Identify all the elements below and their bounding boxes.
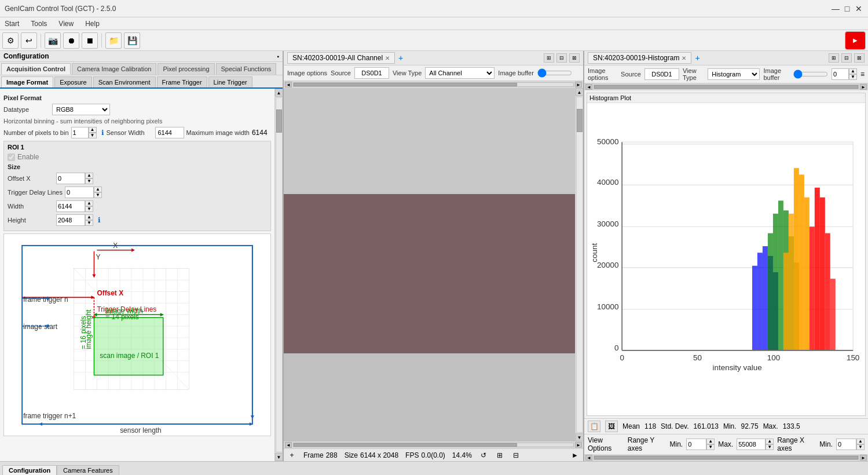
add-image-tab[interactable]: + <box>396 53 405 63</box>
fullscreen-btn[interactable]: ⊟ <box>511 451 521 460</box>
num-pixels-input[interactable] <box>71 127 89 138</box>
image-tile-btn[interactable]: ⊞ <box>544 53 554 63</box>
save-button[interactable]: 💾 <box>124 32 140 49</box>
subtab-frame-trigger[interactable]: Frame Trigger <box>157 76 207 87</box>
menu-start[interactable]: Start <box>2 19 21 29</box>
histogram-expand-btn[interactable]: ⊠ <box>854 53 865 63</box>
datatype-select[interactable]: RGB8 <box>52 104 110 115</box>
v-scroll-down[interactable]: ▼ <box>576 433 584 441</box>
sensor-width-input[interactable] <box>155 127 184 138</box>
spinner-down[interactable]: ▼ <box>89 133 97 138</box>
h-scroll-left[interactable]: ◄ <box>285 82 292 87</box>
hist-h-scroll-left[interactable]: ◄ <box>585 84 592 90</box>
capture-button[interactable]: ▶ <box>845 31 866 50</box>
histogram-window-tab[interactable]: SN:40203-00019-Histogram ✕ <box>588 52 691 64</box>
hist-scroll-thumb[interactable] <box>594 85 858 89</box>
camera-button[interactable]: 📷 <box>45 32 61 49</box>
subtab-exposure[interactable]: Exposure <box>54 76 91 87</box>
undo-button[interactable]: ↩ <box>21 32 37 49</box>
hist-scroll-thumb-bottom[interactable] <box>594 456 858 459</box>
v-scroll-up[interactable]: ▲ <box>576 88 584 96</box>
subtab-line-trigger[interactable]: Line Trigger <box>208 76 252 87</box>
settings-button[interactable]: ⚙ <box>2 32 19 49</box>
hist-view-type-select[interactable]: Histogram <box>708 68 760 80</box>
h-scroll-thumb-top[interactable] <box>294 83 517 86</box>
config-panel-collapse[interactable]: ▪ <box>277 53 279 60</box>
image-v-scroll[interactable]: ▲ ▼ <box>575 88 583 441</box>
range-x-min-input[interactable] <box>836 439 856 450</box>
image-tab-close[interactable]: ✕ <box>385 55 390 61</box>
image-maximize-btn[interactable]: ⊟ <box>556 53 567 63</box>
h-scroll-right[interactable]: ► <box>575 82 582 87</box>
h-scroll-right-bottom[interactable]: ► <box>575 442 582 448</box>
hist-buffer-input[interactable] <box>832 68 849 80</box>
offset-x-down[interactable]: ▼ <box>85 178 93 184</box>
minimize-button[interactable]: — <box>831 4 840 13</box>
scroll-thumb[interactable] <box>276 109 282 133</box>
subtab-image-format[interactable]: Image Format <box>1 76 53 87</box>
height-down[interactable]: ▼ <box>85 220 93 226</box>
image-source-btn[interactable]: DS0D1 <box>354 67 389 79</box>
width-down[interactable]: ▼ <box>85 206 93 212</box>
hist-copy-btn[interactable]: 📋 <box>588 421 600 432</box>
range-y-max-input[interactable] <box>737 439 766 450</box>
height-input[interactable] <box>56 214 85 226</box>
fit-btn[interactable]: ⊞ <box>495 451 504 460</box>
scroll-down-btn[interactable]: ▼ <box>275 453 283 461</box>
hist-buffer-slider[interactable] <box>793 70 828 78</box>
hist-buffer-down[interactable]: ▼ <box>849 74 857 80</box>
image-window-tab[interactable]: SN:40203-00019-All Channel ✕ <box>287 52 395 64</box>
maximize-button[interactable]: □ <box>843 4 852 13</box>
bottom-tab-configuration[interactable]: Configuration <box>2 465 57 475</box>
refresh-btn[interactable]: ↺ <box>479 451 488 460</box>
tab-acquisition-control[interactable]: Acquisition Control <box>1 63 71 75</box>
hist-scroll-right-bottom[interactable]: ► <box>860 455 867 461</box>
hist-scroll-left-bottom[interactable]: ◄ <box>585 455 592 461</box>
folder-button[interactable]: 📁 <box>105 32 122 49</box>
range-x-min-up[interactable]: ▲ <box>856 439 865 444</box>
add-histogram-tab[interactable]: + <box>693 53 702 63</box>
subtab-scan-environment[interactable]: Scan Environment <box>93 76 156 87</box>
trigger-delay-up[interactable]: ▲ <box>94 187 102 192</box>
tab-pixel-processing[interactable]: Pixel processing <box>158 63 214 75</box>
status-plus[interactable]: + <box>287 451 296 460</box>
histogram-tile-btn[interactable]: ⊞ <box>829 53 839 63</box>
status-arrow[interactable]: ► <box>570 451 580 460</box>
enable-checkbox[interactable] <box>8 154 15 161</box>
record-button[interactable]: ⏺ <box>63 32 79 49</box>
hist-image-btn[interactable]: 🖼 <box>605 421 618 432</box>
trigger-delay-down[interactable]: ▼ <box>94 192 102 198</box>
trigger-delay-input[interactable] <box>65 187 94 198</box>
scroll-up-btn[interactable]: ▲ <box>275 89 283 97</box>
image-expand-btn[interactable]: ⊠ <box>569 53 580 63</box>
range-y-max-down[interactable]: ▼ <box>766 444 774 450</box>
bottom-tab-camera-features[interactable]: Camera Features <box>57 465 119 475</box>
histogram-maximize-btn[interactable]: ⊟ <box>841 53 852 63</box>
image-view-type-select[interactable]: All Channel Red Green Blue <box>425 67 495 79</box>
histogram-tab-close[interactable]: ✕ <box>682 55 686 61</box>
stop-button[interactable]: ⏹ <box>82 32 98 49</box>
menu-help[interactable]: Help <box>83 19 102 29</box>
range-y-max-up[interactable]: ▲ <box>766 439 774 444</box>
range-y-min-up[interactable]: ▲ <box>706 439 715 444</box>
hist-source-btn[interactable]: DS0D1 <box>644 68 679 80</box>
tab-special-functions[interactable]: Special Functions <box>216 63 277 75</box>
hist-h-scroll-right[interactable]: ► <box>860 84 867 90</box>
v-scroll-thumb[interactable] <box>577 109 583 132</box>
range-y-min-down[interactable]: ▼ <box>706 444 715 450</box>
image-buffer-slider[interactable] <box>537 69 572 77</box>
range-x-min-down[interactable]: ▼ <box>856 444 865 450</box>
offset-x-input[interactable] <box>56 173 85 184</box>
h-scroll-thumb-bottom[interactable] <box>294 443 517 447</box>
width-up[interactable]: ▲ <box>85 200 93 206</box>
spinner-up[interactable]: ▲ <box>89 127 97 133</box>
close-button[interactable]: ✕ <box>854 4 863 13</box>
tab-camera-calibration[interactable]: Camera Image Calibration <box>72 63 156 75</box>
menu-view[interactable]: View <box>56 19 76 29</box>
height-up[interactable]: ▲ <box>85 214 93 220</box>
range-y-min-input[interactable] <box>686 439 706 450</box>
offset-x-up[interactable]: ▲ <box>85 173 93 178</box>
menu-tools[interactable]: Tools <box>28 19 49 29</box>
h-scroll-left-bottom[interactable]: ◄ <box>285 442 292 448</box>
hist-options-menu[interactable]: ≡ <box>860 70 865 78</box>
